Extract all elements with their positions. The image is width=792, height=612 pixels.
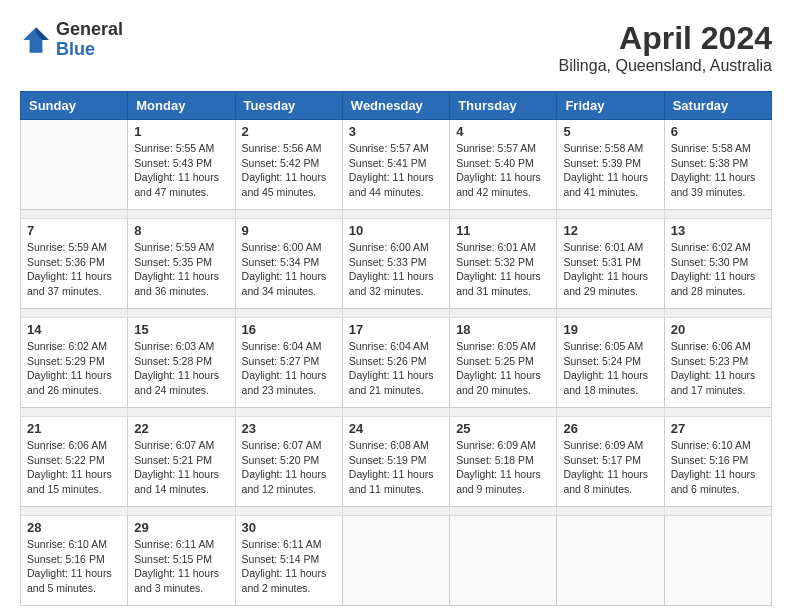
day-info: Sunrise: 6:09 AM Sunset: 5:18 PM Dayligh… — [456, 438, 550, 497]
day-number: 15 — [134, 322, 228, 337]
logo-text: General Blue — [56, 20, 123, 60]
calendar-cell: 18Sunrise: 6:05 AM Sunset: 5:25 PM Dayli… — [450, 318, 557, 408]
day-number: 18 — [456, 322, 550, 337]
month-title: April 2024 — [559, 20, 772, 57]
weekday-header-monday: Monday — [128, 92, 235, 120]
week-row-2: 7Sunrise: 5:59 AM Sunset: 5:36 PM Daylig… — [21, 219, 772, 309]
day-info: Sunrise: 6:10 AM Sunset: 5:16 PM Dayligh… — [27, 537, 121, 596]
day-info: Sunrise: 6:01 AM Sunset: 5:32 PM Dayligh… — [456, 240, 550, 299]
day-info: Sunrise: 6:04 AM Sunset: 5:27 PM Dayligh… — [242, 339, 336, 398]
day-info: Sunrise: 6:04 AM Sunset: 5:26 PM Dayligh… — [349, 339, 443, 398]
calendar-cell — [21, 120, 128, 210]
day-number: 25 — [456, 421, 550, 436]
calendar-cell: 19Sunrise: 6:05 AM Sunset: 5:24 PM Dayli… — [557, 318, 664, 408]
day-info: Sunrise: 5:55 AM Sunset: 5:43 PM Dayligh… — [134, 141, 228, 200]
day-info: Sunrise: 6:08 AM Sunset: 5:19 PM Dayligh… — [349, 438, 443, 497]
day-number: 30 — [242, 520, 336, 535]
logo: General Blue — [20, 20, 123, 60]
day-number: 20 — [671, 322, 765, 337]
day-number: 2 — [242, 124, 336, 139]
day-info: Sunrise: 6:06 AM Sunset: 5:22 PM Dayligh… — [27, 438, 121, 497]
calendar-cell: 1Sunrise: 5:55 AM Sunset: 5:43 PM Daylig… — [128, 120, 235, 210]
logo-general-text: General — [56, 20, 123, 40]
day-number: 29 — [134, 520, 228, 535]
calendar-cell: 4Sunrise: 5:57 AM Sunset: 5:40 PM Daylig… — [450, 120, 557, 210]
day-info: Sunrise: 6:05 AM Sunset: 5:25 PM Dayligh… — [456, 339, 550, 398]
calendar-table: SundayMondayTuesdayWednesdayThursdayFrid… — [20, 91, 772, 606]
day-number: 16 — [242, 322, 336, 337]
calendar-cell: 17Sunrise: 6:04 AM Sunset: 5:26 PM Dayli… — [342, 318, 449, 408]
day-info: Sunrise: 6:05 AM Sunset: 5:24 PM Dayligh… — [563, 339, 657, 398]
day-number: 8 — [134, 223, 228, 238]
calendar-cell: 29Sunrise: 6:11 AM Sunset: 5:15 PM Dayli… — [128, 516, 235, 606]
week-separator — [21, 309, 772, 318]
week-separator — [21, 507, 772, 516]
day-number: 10 — [349, 223, 443, 238]
day-info: Sunrise: 6:07 AM Sunset: 5:21 PM Dayligh… — [134, 438, 228, 497]
day-number: 11 — [456, 223, 550, 238]
week-row-5: 28Sunrise: 6:10 AM Sunset: 5:16 PM Dayli… — [21, 516, 772, 606]
location-title: Bilinga, Queensland, Australia — [559, 57, 772, 75]
title-area: April 2024 Bilinga, Queensland, Australi… — [559, 20, 772, 75]
calendar-cell — [664, 516, 771, 606]
day-number: 19 — [563, 322, 657, 337]
day-number: 3 — [349, 124, 443, 139]
day-number: 21 — [27, 421, 121, 436]
day-number: 6 — [671, 124, 765, 139]
logo-blue-text: Blue — [56, 40, 123, 60]
calendar-cell: 22Sunrise: 6:07 AM Sunset: 5:21 PM Dayli… — [128, 417, 235, 507]
week-row-1: 1Sunrise: 5:55 AM Sunset: 5:43 PM Daylig… — [21, 120, 772, 210]
calendar-cell: 11Sunrise: 6:01 AM Sunset: 5:32 PM Dayli… — [450, 219, 557, 309]
day-number: 22 — [134, 421, 228, 436]
day-number: 12 — [563, 223, 657, 238]
day-info: Sunrise: 5:56 AM Sunset: 5:42 PM Dayligh… — [242, 141, 336, 200]
week-separator — [21, 210, 772, 219]
day-info: Sunrise: 6:10 AM Sunset: 5:16 PM Dayligh… — [671, 438, 765, 497]
calendar-cell: 20Sunrise: 6:06 AM Sunset: 5:23 PM Dayli… — [664, 318, 771, 408]
day-number: 24 — [349, 421, 443, 436]
day-info: Sunrise: 6:03 AM Sunset: 5:28 PM Dayligh… — [134, 339, 228, 398]
calendar-cell: 14Sunrise: 6:02 AM Sunset: 5:29 PM Dayli… — [21, 318, 128, 408]
day-info: Sunrise: 6:11 AM Sunset: 5:14 PM Dayligh… — [242, 537, 336, 596]
calendar-cell: 6Sunrise: 5:58 AM Sunset: 5:38 PM Daylig… — [664, 120, 771, 210]
calendar-cell: 21Sunrise: 6:06 AM Sunset: 5:22 PM Dayli… — [21, 417, 128, 507]
day-info: Sunrise: 6:02 AM Sunset: 5:30 PM Dayligh… — [671, 240, 765, 299]
day-info: Sunrise: 6:00 AM Sunset: 5:33 PM Dayligh… — [349, 240, 443, 299]
day-info: Sunrise: 5:57 AM Sunset: 5:41 PM Dayligh… — [349, 141, 443, 200]
day-number: 1 — [134, 124, 228, 139]
day-number: 23 — [242, 421, 336, 436]
day-info: Sunrise: 6:00 AM Sunset: 5:34 PM Dayligh… — [242, 240, 336, 299]
calendar-cell: 24Sunrise: 6:08 AM Sunset: 5:19 PM Dayli… — [342, 417, 449, 507]
weekday-header-thursday: Thursday — [450, 92, 557, 120]
week-row-4: 21Sunrise: 6:06 AM Sunset: 5:22 PM Dayli… — [21, 417, 772, 507]
day-info: Sunrise: 6:01 AM Sunset: 5:31 PM Dayligh… — [563, 240, 657, 299]
day-info: Sunrise: 5:57 AM Sunset: 5:40 PM Dayligh… — [456, 141, 550, 200]
weekday-header-sunday: Sunday — [21, 92, 128, 120]
day-number: 28 — [27, 520, 121, 535]
day-number: 13 — [671, 223, 765, 238]
calendar-cell: 5Sunrise: 5:58 AM Sunset: 5:39 PM Daylig… — [557, 120, 664, 210]
day-info: Sunrise: 5:58 AM Sunset: 5:38 PM Dayligh… — [671, 141, 765, 200]
calendar-cell: 10Sunrise: 6:00 AM Sunset: 5:33 PM Dayli… — [342, 219, 449, 309]
calendar-cell: 9Sunrise: 6:00 AM Sunset: 5:34 PM Daylig… — [235, 219, 342, 309]
calendar-cell: 25Sunrise: 6:09 AM Sunset: 5:18 PM Dayli… — [450, 417, 557, 507]
calendar-cell: 7Sunrise: 5:59 AM Sunset: 5:36 PM Daylig… — [21, 219, 128, 309]
day-number: 17 — [349, 322, 443, 337]
weekday-header-wednesday: Wednesday — [342, 92, 449, 120]
calendar-cell: 3Sunrise: 5:57 AM Sunset: 5:41 PM Daylig… — [342, 120, 449, 210]
day-number: 9 — [242, 223, 336, 238]
calendar-cell: 15Sunrise: 6:03 AM Sunset: 5:28 PM Dayli… — [128, 318, 235, 408]
day-number: 5 — [563, 124, 657, 139]
week-separator — [21, 408, 772, 417]
day-info: Sunrise: 5:59 AM Sunset: 5:35 PM Dayligh… — [134, 240, 228, 299]
calendar-cell: 12Sunrise: 6:01 AM Sunset: 5:31 PM Dayli… — [557, 219, 664, 309]
calendar-cell: 16Sunrise: 6:04 AM Sunset: 5:27 PM Dayli… — [235, 318, 342, 408]
week-row-3: 14Sunrise: 6:02 AM Sunset: 5:29 PM Dayli… — [21, 318, 772, 408]
calendar-cell: 2Sunrise: 5:56 AM Sunset: 5:42 PM Daylig… — [235, 120, 342, 210]
day-number: 27 — [671, 421, 765, 436]
calendar-cell: 8Sunrise: 5:59 AM Sunset: 5:35 PM Daylig… — [128, 219, 235, 309]
day-number: 14 — [27, 322, 121, 337]
calendar-cell: 27Sunrise: 6:10 AM Sunset: 5:16 PM Dayli… — [664, 417, 771, 507]
calendar-cell: 23Sunrise: 6:07 AM Sunset: 5:20 PM Dayli… — [235, 417, 342, 507]
header: General Blue April 2024 Bilinga, Queensl… — [20, 20, 772, 75]
